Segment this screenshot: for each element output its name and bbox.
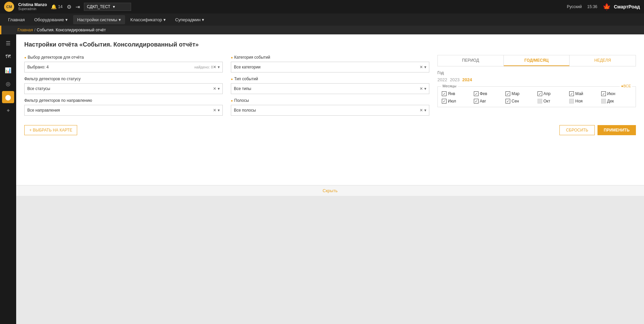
months-all-toggle[interactable]: ●ВСЕ [620, 84, 632, 88]
month-apr-checkbox[interactable] [538, 91, 542, 96]
month-sep-checkbox[interactable] [505, 99, 510, 104]
category-clear-icon[interactable]: ✕ [420, 65, 423, 69]
project-selector[interactable]: СДКП_ТЕСТ ▾ [84, 3, 131, 11]
project-value: СДКП_ТЕСТ [87, 4, 111, 9]
month-apr[interactable]: Апр [538, 91, 568, 96]
lanes-value: Все полосы [234, 108, 420, 113]
status-arrow-icon[interactable]: ▾ [218, 86, 220, 91]
tab-period[interactable]: ПЕРИОД [438, 55, 504, 66]
direction-value: Все направления [27, 108, 213, 113]
month-feb[interactable]: Фев [474, 91, 504, 96]
month-nov-checkbox[interactable] [569, 99, 574, 104]
month-aug-checkbox[interactable] [474, 99, 479, 104]
detectors-arrow-icon[interactable]: ▾ [218, 65, 220, 69]
date-tabs: ПЕРИОД ГОД/МЕСЯЦ НЕДЕЛЯ [437, 55, 636, 66]
category-input[interactable]: Все категории ✕ ▾ [231, 62, 429, 72]
year-2022[interactable]: 2022 [437, 77, 447, 82]
tab-year-month[interactable]: ГОД/МЕСЯЦ [504, 55, 570, 66]
direction-filter-field: Фильтр детекторов по направлению Все нап… [24, 98, 223, 116]
month-aug[interactable]: Авг [474, 99, 504, 104]
lanes-clear-icon[interactable]: ✕ [420, 108, 423, 113]
direction-arrow-icon[interactable]: ▾ [218, 108, 220, 113]
year-label: Год [437, 70, 636, 75]
menu-bar: Главная Оборудование ▾ Настройки системы… [0, 13, 644, 26]
chevron-down-icon: ▾ [202, 17, 204, 22]
months-section: Месяцы ●ВСЕ Янв Фев [437, 86, 636, 107]
month-jun[interactable]: Июн [601, 91, 632, 96]
language-selector[interactable]: Русский [567, 4, 582, 9]
user-role: Superadmin [18, 7, 47, 11]
menu-equipment[interactable]: Оборудование ▾ [30, 15, 71, 24]
month-dec-checkbox[interactable] [601, 99, 606, 104]
menu-settings-label: Настройки системы [77, 17, 117, 22]
sidebar-btn-map[interactable]: 🗺 [2, 51, 14, 63]
type-input[interactable]: Все типы ✕ ▾ [231, 83, 429, 94]
map-select-button[interactable]: + ВЫБРАТЬ НА КАРТЕ [24, 125, 77, 135]
menu-equipment-label: Оборудование [34, 17, 64, 22]
month-nov[interactable]: Ноя [569, 99, 600, 104]
month-aug-label: Авг [480, 99, 486, 104]
menu-superadmin[interactable]: Суперадмин ▾ [171, 15, 209, 24]
month-may[interactable]: Май [569, 91, 600, 96]
status-filter-field: Фильтр детекторов по статусу Все статусы… [24, 77, 223, 94]
menu-classifier[interactable]: Классификатор ▾ [126, 15, 170, 24]
month-jul-checkbox[interactable] [442, 99, 447, 104]
right-column: ПЕРИОД ГОД/МЕСЯЦ НЕДЕЛЯ Год 2022 [437, 55, 636, 116]
month-mar[interactable]: Мар [505, 91, 536, 96]
type-arrow-icon[interactable]: ▾ [424, 86, 426, 91]
time-display: 15:36 [587, 4, 597, 9]
year-2023[interactable]: 2023 [450, 77, 460, 82]
month-jan[interactable]: Янв [442, 91, 472, 96]
direction-filter-input[interactable]: Все направления ✕ ▾ [24, 105, 223, 116]
month-mar-label: Мар [512, 91, 519, 96]
month-mar-checkbox[interactable] [505, 91, 510, 96]
months-grid: Янв Фев Мар [442, 91, 632, 104]
month-feb-checkbox[interactable] [474, 91, 479, 96]
status-clear-icon[interactable]: ✕ [213, 86, 216, 91]
breadcrumb-home[interactable]: Главная [18, 28, 33, 32]
user-info: Cristina Manzo Superadmin [18, 2, 47, 11]
lanes-input[interactable]: Все полосы ✕ ▾ [231, 105, 429, 116]
detectors-clear-icon[interactable]: ✕ [213, 65, 216, 69]
month-may-checkbox[interactable] [569, 91, 574, 96]
navbar-right: Русский 15:36 🍁 СмартРоад [567, 3, 640, 11]
reset-button[interactable]: СБРОСИТЬ [559, 125, 594, 135]
month-dec[interactable]: Дек [601, 99, 632, 104]
status-value: Все статусы [27, 86, 213, 91]
logout-icon[interactable]: ⇥ [75, 4, 80, 10]
sidebar-btn-events[interactable]: ⬤ [2, 91, 14, 103]
sidebar-btn-menu[interactable]: ☰ [2, 37, 14, 49]
lanes-arrow-icon[interactable]: ▾ [424, 108, 426, 113]
month-jul[interactable]: Июл [442, 99, 472, 104]
sidebar-btn-chart[interactable]: 📊 [2, 64, 14, 76]
apply-button[interactable]: ПРИМЕНИТЬ [597, 125, 636, 135]
chevron-down-icon: ▾ [113, 4, 115, 9]
sidebar-btn-network[interactable]: ⌖ [2, 105, 14, 117]
month-may-label: Май [575, 91, 583, 96]
month-oct[interactable]: Окт [538, 99, 568, 104]
tab-week[interactable]: НЕДЕЛЯ [570, 55, 636, 66]
direction-clear-icon[interactable]: ✕ [213, 108, 216, 113]
settings-icon[interactable]: ⚙ [67, 4, 71, 10]
menu-settings[interactable]: Настройки системы ▾ [73, 15, 125, 24]
notifications-count: 14 [58, 4, 62, 9]
type-clear-icon[interactable]: ✕ [420, 86, 423, 91]
navbar-left: CM Cristina Manzo Superadmin 🔔 14 ⚙ ⇥ СД… [4, 2, 131, 12]
month-oct-checkbox[interactable] [538, 99, 542, 104]
month-jun-checkbox[interactable] [601, 91, 606, 96]
hide-button[interactable]: Скрыть [323, 188, 337, 193]
month-sep[interactable]: Сен [505, 99, 536, 104]
lanes-label: Полосы [231, 98, 429, 103]
breadcrumb-current: События. Консолидированный отчёт [37, 28, 106, 32]
brand-name: СмартРоад [614, 4, 640, 9]
category-arrow-icon[interactable]: ▾ [424, 65, 426, 69]
left-column: Выбор детекторов для отчёта Выбрано: 4 н… [24, 55, 223, 116]
menu-home[interactable]: Главная [4, 15, 29, 24]
notifications[interactable]: 🔔 14 [51, 4, 62, 9]
breadcrumb-separator: / [34, 28, 35, 32]
year-2024[interactable]: 2024 [462, 77, 472, 82]
detectors-input[interactable]: Выбрано: 4 найдено: 8 ✕ ▾ [24, 62, 223, 72]
month-jan-checkbox[interactable] [442, 91, 447, 96]
status-filter-input[interactable]: Все статусы ✕ ▾ [24, 83, 223, 94]
sidebar-btn-circle[interactable]: ◎ [2, 78, 14, 90]
